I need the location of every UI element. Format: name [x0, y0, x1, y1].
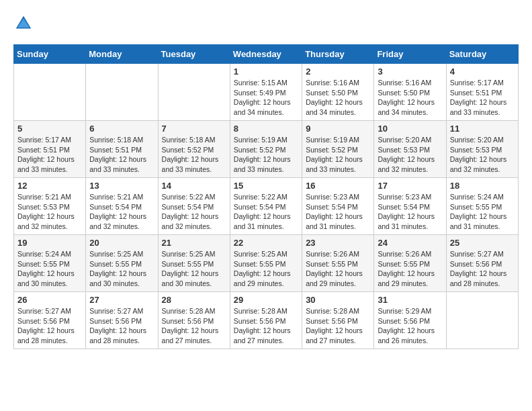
day-sun-info: Sunrise: 5:20 AM Sunset: 5:53 PM Dayligh… [378, 135, 442, 175]
calendar-day-cell: 3Sunrise: 5:16 AM Sunset: 5:50 PM Daylig… [374, 64, 446, 121]
day-sun-info: Sunrise: 5:27 AM Sunset: 5:56 PM Dayligh… [17, 306, 82, 346]
day-of-week-header: Thursday [302, 45, 374, 64]
day-number: 28 [162, 295, 226, 305]
calendar-table: SundayMondayTuesdayWednesdayThursdayFrid… [13, 44, 519, 349]
day-number: 19 [17, 238, 82, 248]
calendar-day-cell: 18Sunrise: 5:24 AM Sunset: 5:55 PM Dayli… [446, 178, 518, 235]
calendar-week-row: 12Sunrise: 5:21 AM Sunset: 5:53 PM Dayli… [14, 178, 519, 235]
calendar-day-cell [14, 64, 86, 121]
day-of-week-header: Sunday [14, 45, 86, 64]
logo [13, 13, 36, 34]
day-number: 27 [89, 295, 154, 305]
calendar-header-row: SundayMondayTuesdayWednesdayThursdayFrid… [14, 45, 519, 64]
calendar-day-cell: 9Sunrise: 5:19 AM Sunset: 5:52 PM Daylig… [302, 121, 374, 178]
day-sun-info: Sunrise: 5:24 AM Sunset: 5:55 PM Dayligh… [17, 249, 82, 289]
day-number: 1 [234, 66, 298, 77]
calendar-week-row: 19Sunrise: 5:24 AM Sunset: 5:55 PM Dayli… [14, 235, 519, 292]
day-number: 6 [89, 124, 154, 134]
day-number: 8 [234, 124, 298, 134]
calendar-week-row: 5Sunrise: 5:17 AM Sunset: 5:51 PM Daylig… [14, 121, 519, 178]
calendar-day-cell: 15Sunrise: 5:22 AM Sunset: 5:54 PM Dayli… [230, 178, 302, 235]
day-number: 13 [89, 181, 154, 191]
calendar-day-cell [158, 64, 230, 121]
day-number: 20 [89, 238, 154, 248]
day-sun-info: Sunrise: 5:26 AM Sunset: 5:55 PM Dayligh… [378, 249, 442, 289]
day-number: 7 [162, 124, 226, 134]
day-sun-info: Sunrise: 5:18 AM Sunset: 5:51 PM Dayligh… [89, 135, 154, 175]
day-number: 9 [306, 124, 370, 134]
day-sun-info: Sunrise: 5:28 AM Sunset: 5:56 PM Dayligh… [306, 306, 370, 346]
day-sun-info: Sunrise: 5:24 AM Sunset: 5:55 PM Dayligh… [450, 192, 515, 232]
day-number: 26 [17, 295, 82, 305]
calendar-day-cell: 11Sunrise: 5:20 AM Sunset: 5:53 PM Dayli… [446, 121, 518, 178]
calendar-day-cell: 17Sunrise: 5:23 AM Sunset: 5:54 PM Dayli… [374, 178, 446, 235]
day-number: 23 [306, 238, 370, 248]
day-number: 24 [378, 238, 442, 248]
day-sun-info: Sunrise: 5:15 AM Sunset: 5:49 PM Dayligh… [234, 78, 298, 118]
day-of-week-header: Monday [86, 45, 158, 64]
day-sun-info: Sunrise: 5:17 AM Sunset: 5:51 PM Dayligh… [450, 78, 515, 118]
day-sun-info: Sunrise: 5:23 AM Sunset: 5:54 PM Dayligh… [306, 192, 370, 232]
calendar-day-cell: 28Sunrise: 5:28 AM Sunset: 5:56 PM Dayli… [158, 292, 230, 349]
calendar-day-cell: 14Sunrise: 5:22 AM Sunset: 5:54 PM Dayli… [158, 178, 230, 235]
day-number: 29 [234, 295, 298, 305]
calendar-day-cell: 4Sunrise: 5:17 AM Sunset: 5:51 PM Daylig… [446, 64, 518, 121]
day-number: 31 [378, 295, 442, 305]
calendar-day-cell: 8Sunrise: 5:19 AM Sunset: 5:52 PM Daylig… [230, 121, 302, 178]
calendar-week-row: 1Sunrise: 5:15 AM Sunset: 5:49 PM Daylig… [14, 64, 519, 121]
day-sun-info: Sunrise: 5:25 AM Sunset: 5:55 PM Dayligh… [89, 249, 154, 289]
day-sun-info: Sunrise: 5:28 AM Sunset: 5:56 PM Dayligh… [234, 306, 298, 346]
day-sun-info: Sunrise: 5:25 AM Sunset: 5:55 PM Dayligh… [162, 249, 226, 289]
calendar-day-cell: 12Sunrise: 5:21 AM Sunset: 5:53 PM Dayli… [14, 178, 86, 235]
day-sun-info: Sunrise: 5:25 AM Sunset: 5:55 PM Dayligh… [234, 249, 298, 289]
calendar-day-cell: 24Sunrise: 5:26 AM Sunset: 5:55 PM Dayli… [374, 235, 446, 292]
day-number: 16 [306, 181, 370, 191]
day-number: 15 [234, 181, 298, 191]
day-number: 30 [306, 295, 370, 305]
calendar-day-cell: 2Sunrise: 5:16 AM Sunset: 5:50 PM Daylig… [302, 64, 374, 121]
calendar-day-cell: 13Sunrise: 5:21 AM Sunset: 5:54 PM Dayli… [86, 178, 158, 235]
day-sun-info: Sunrise: 5:19 AM Sunset: 5:52 PM Dayligh… [234, 135, 298, 175]
calendar-day-cell: 26Sunrise: 5:27 AM Sunset: 5:56 PM Dayli… [14, 292, 86, 349]
day-sun-info: Sunrise: 5:16 AM Sunset: 5:50 PM Dayligh… [306, 78, 370, 118]
day-sun-info: Sunrise: 5:19 AM Sunset: 5:52 PM Dayligh… [306, 135, 370, 175]
page-header [13, 13, 519, 34]
calendar-day-cell: 29Sunrise: 5:28 AM Sunset: 5:56 PM Dayli… [230, 292, 302, 349]
calendar-day-cell: 10Sunrise: 5:20 AM Sunset: 5:53 PM Dayli… [374, 121, 446, 178]
day-sun-info: Sunrise: 5:26 AM Sunset: 5:55 PM Dayligh… [306, 249, 370, 289]
calendar-day-cell [86, 64, 158, 121]
calendar-day-cell: 21Sunrise: 5:25 AM Sunset: 5:55 PM Dayli… [158, 235, 230, 292]
day-sun-info: Sunrise: 5:28 AM Sunset: 5:56 PM Dayligh… [162, 306, 226, 346]
day-sun-info: Sunrise: 5:27 AM Sunset: 5:56 PM Dayligh… [89, 306, 154, 346]
day-number: 10 [378, 124, 442, 134]
calendar-week-row: 26Sunrise: 5:27 AM Sunset: 5:56 PM Dayli… [14, 292, 519, 349]
day-sun-info: Sunrise: 5:18 AM Sunset: 5:52 PM Dayligh… [162, 135, 226, 175]
day-sun-info: Sunrise: 5:23 AM Sunset: 5:54 PM Dayligh… [378, 192, 442, 232]
calendar-day-cell [446, 292, 518, 349]
calendar-day-cell: 6Sunrise: 5:18 AM Sunset: 5:51 PM Daylig… [86, 121, 158, 178]
calendar-day-cell: 22Sunrise: 5:25 AM Sunset: 5:55 PM Dayli… [230, 235, 302, 292]
day-sun-info: Sunrise: 5:17 AM Sunset: 5:51 PM Dayligh… [17, 135, 82, 175]
day-of-week-header: Saturday [446, 45, 518, 64]
logo-icon [13, 13, 34, 34]
day-number: 3 [378, 66, 442, 77]
day-sun-info: Sunrise: 5:22 AM Sunset: 5:54 PM Dayligh… [234, 192, 298, 232]
day-number: 5 [17, 124, 82, 134]
day-sun-info: Sunrise: 5:16 AM Sunset: 5:50 PM Dayligh… [378, 78, 442, 118]
day-sun-info: Sunrise: 5:22 AM Sunset: 5:54 PM Dayligh… [162, 192, 226, 232]
day-number: 17 [378, 181, 442, 191]
day-number: 12 [17, 181, 82, 191]
calendar-day-cell: 27Sunrise: 5:27 AM Sunset: 5:56 PM Dayli… [86, 292, 158, 349]
day-sun-info: Sunrise: 5:20 AM Sunset: 5:53 PM Dayligh… [450, 135, 515, 175]
calendar-day-cell: 1Sunrise: 5:15 AM Sunset: 5:49 PM Daylig… [230, 64, 302, 121]
day-number: 22 [234, 238, 298, 248]
day-of-week-header: Wednesday [230, 45, 302, 64]
day-number: 25 [450, 238, 515, 248]
calendar-day-cell: 20Sunrise: 5:25 AM Sunset: 5:55 PM Dayli… [86, 235, 158, 292]
day-of-week-header: Friday [374, 45, 446, 64]
calendar-day-cell: 7Sunrise: 5:18 AM Sunset: 5:52 PM Daylig… [158, 121, 230, 178]
day-sun-info: Sunrise: 5:21 AM Sunset: 5:54 PM Dayligh… [89, 192, 154, 232]
calendar-day-cell: 25Sunrise: 5:27 AM Sunset: 5:56 PM Dayli… [446, 235, 518, 292]
calendar-day-cell: 16Sunrise: 5:23 AM Sunset: 5:54 PM Dayli… [302, 178, 374, 235]
day-sun-info: Sunrise: 5:27 AM Sunset: 5:56 PM Dayligh… [450, 249, 515, 289]
